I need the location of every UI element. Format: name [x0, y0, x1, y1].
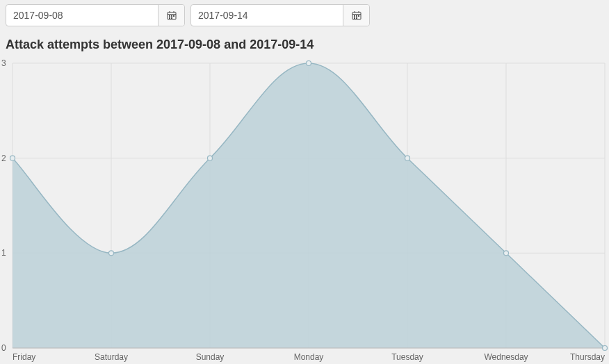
x-tick-label: Tuesday	[391, 352, 423, 362]
svg-point-34	[405, 156, 410, 160]
date-to-calendar-button[interactable]	[343, 5, 369, 26]
svg-rect-5	[171, 15, 172, 17]
svg-rect-13	[354, 15, 355, 17]
x-tick-label: Monday	[294, 352, 324, 362]
y-tick-label: 3	[1, 58, 6, 68]
svg-point-30	[10, 156, 15, 160]
date-to-field	[190, 4, 370, 26]
svg-point-35	[504, 251, 509, 256]
date-controls	[0, 0, 609, 31]
date-from-calendar-button[interactable]	[158, 5, 184, 26]
svg-rect-17	[356, 17, 357, 19]
svg-point-32	[208, 156, 213, 160]
y-tick-label: 1	[1, 248, 6, 258]
chart: 0123FridaySaturdaySundayMondayTuesdayWed…	[0, 56, 609, 364]
x-tick-label: Saturday	[95, 352, 128, 362]
date-from-field	[6, 4, 185, 26]
svg-rect-14	[356, 15, 357, 17]
svg-rect-6	[173, 15, 174, 17]
svg-rect-15	[358, 15, 359, 17]
date-to-input[interactable]	[191, 5, 343, 26]
svg-rect-4	[169, 15, 170, 17]
y-tick-label: 2	[1, 154, 6, 163]
chart-title: Attack attempts between 2017-09-08 and 2…	[0, 31, 609, 56]
svg-point-36	[603, 346, 608, 351]
x-tick-label: Sunday	[196, 352, 225, 362]
calendar-icon	[167, 10, 177, 20]
x-tick-label: Wednesday	[484, 352, 528, 362]
calendar-icon	[352, 10, 362, 20]
x-tick-label: Friday	[13, 352, 35, 362]
svg-rect-16	[354, 17, 355, 19]
x-tick-label: Thursday	[570, 352, 605, 362]
area-chart-svg	[0, 56, 609, 364]
svg-rect-7	[169, 17, 170, 19]
svg-point-33	[307, 61, 311, 66]
date-from-input[interactable]	[6, 5, 158, 26]
svg-point-31	[109, 251, 114, 256]
svg-rect-8	[171, 17, 172, 19]
y-tick-label: 0	[1, 343, 6, 353]
